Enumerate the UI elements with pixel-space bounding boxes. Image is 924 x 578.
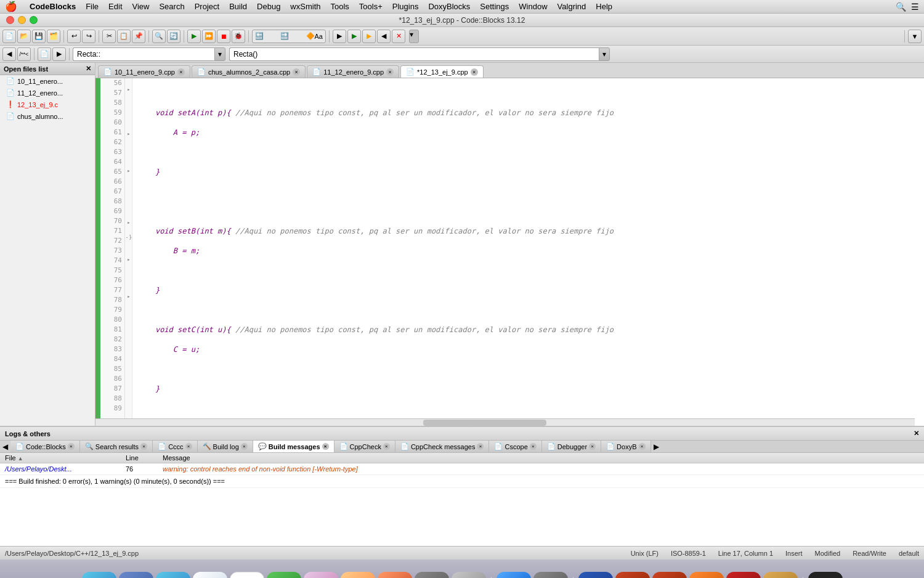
window-maximize[interactable] [30, 16, 38, 24]
btab-close-9[interactable]: × [639, 443, 646, 450]
tb-extra5[interactable]: ✕ [392, 30, 405, 43]
dock-sysprefs[interactable]: ⚙️ [533, 572, 568, 578]
bottom-panel-close[interactable]: ✕ [914, 429, 919, 438]
tb-arrow[interactable]: ▾ [409, 30, 419, 43]
save-button[interactable]: 💾 [32, 30, 46, 43]
func-selector[interactable]: Recta() [229, 47, 599, 61]
dock-word[interactable]: W [578, 572, 613, 578]
tb-right1[interactable]: ▼ [908, 30, 922, 43]
menu-help[interactable]: Help [591, 0, 617, 14]
apple-menu[interactable]: 🍎 [5, 1, 17, 12]
search-icon[interactable]: 🔍 [896, 2, 906, 12]
btab-close-4[interactable]: × [322, 443, 329, 450]
menu-settings[interactable]: Settings [475, 0, 514, 14]
docstart-button[interactable]: /**< [17, 47, 31, 61]
tb-extra4[interactable]: ◀ [377, 30, 391, 43]
tab-close-0[interactable]: × [177, 68, 185, 76]
dock-mail[interactable]: 📬 [193, 572, 227, 578]
replace-button[interactable]: 🔄 [167, 30, 180, 43]
save-all-button[interactable]: 🗂️ [47, 30, 60, 43]
sidebar-item-2[interactable]: ❗ 12_13_ej_9.c [0, 99, 95, 110]
btab-close-0[interactable]: × [68, 443, 75, 450]
dock-dvd[interactable]: 🎬 [415, 572, 449, 578]
code-editor[interactable]: 56 57 58 59 60 61 62 63 64 65 66 67 68 6… [95, 78, 924, 426]
list-icon[interactable]: ☰ [911, 2, 919, 12]
bmsg-row-0[interactable]: /Users/Pelayo/Deskt... 76 warning: contr… [0, 463, 924, 475]
btab-cscope[interactable]: 📄 Cscope × [489, 441, 541, 452]
tab-3[interactable]: 📄 *12_13_ej_9.cpp × [400, 65, 484, 78]
bmsg-col-msg-header[interactable]: Message [160, 454, 924, 462]
undo-button[interactable]: ↩ [67, 30, 81, 43]
editor-scrollbar-h[interactable] [95, 418, 915, 426]
btab-close-5[interactable]: × [383, 443, 390, 450]
tab-0[interactable]: 📄 10_11_enero_9.cpp × [98, 65, 190, 78]
menu-codeblocks[interactable]: CodeBlocks [25, 0, 81, 14]
btab-cppcheck-msg[interactable]: 📄 CppCheck messages × [395, 441, 490, 452]
btab-close-3[interactable]: × [241, 443, 248, 450]
menu-toolsplus[interactable]: Tools+ [354, 0, 387, 14]
tab-close-2[interactable]: × [386, 68, 394, 76]
btab-search-results[interactable]: 🔍 Search results × [80, 441, 153, 452]
btab-cppcheck[interactable]: 📄 CppCheck × [334, 441, 395, 452]
dock-music[interactable]: 🎶 [378, 572, 412, 578]
dock-itunes[interactable]: 🎵 [304, 572, 338, 578]
menu-plugins[interactable]: Plugins [387, 0, 424, 14]
dock-finder[interactable]: 🐱 [82, 572, 116, 578]
dock-powerpoint[interactable]: P [615, 572, 650, 578]
btab-buildlog[interactable]: 🔨 Build log × [198, 441, 253, 452]
cut-button[interactable]: ✂ [102, 30, 116, 43]
tb-extra3[interactable]: ▶ [362, 30, 376, 43]
btab-close-6[interactable]: × [477, 443, 484, 450]
bmsg-col-line-header[interactable]: Line [123, 454, 160, 462]
dock-matlab[interactable]: 📊 [689, 572, 724, 578]
tb2-2[interactable]: ▶ [52, 47, 66, 61]
dock-messages[interactable]: 💬 [267, 572, 301, 578]
menu-tools[interactable]: Tools [325, 0, 354, 14]
func-selector-arrow[interactable]: ▾ [599, 47, 610, 61]
tab-1[interactable]: 📄 chus_alumnos_2_casa.cpp × [192, 65, 306, 78]
tb-extra1[interactable]: ▶ [333, 30, 346, 43]
open-button[interactable]: 📂 [17, 30, 31, 43]
copy-button[interactable]: 📋 [117, 30, 131, 43]
btab-scroll-left[interactable]: ◀ [0, 442, 10, 451]
dock-appstore[interactable]: 🛒 [496, 572, 531, 578]
class-selector[interactable]: Recta:: [73, 47, 214, 61]
btab-codeblocks[interactable]: 📄 Code::Blocks × [10, 441, 80, 452]
prev-button[interactable]: ◀ [2, 47, 16, 61]
dock-photos[interactable]: 🌸 [341, 572, 375, 578]
btab-close-7[interactable]: × [530, 443, 537, 450]
btab-buildmessages[interactable]: 💬 Build messages × [253, 441, 334, 452]
menu-wxsmith[interactable]: wxSmith [285, 0, 325, 14]
code-lines[interactable]: void setA(int p){ //Aqui no ponemos tipo… [132, 78, 924, 426]
btab-close-1[interactable]: × [140, 443, 147, 450]
btab-scroll-right[interactable]: ▶ [651, 442, 662, 451]
find-button[interactable]: 🔍 [152, 30, 166, 43]
dock-launchpad[interactable]: 🚀 [119, 572, 153, 578]
menu-view[interactable]: View [128, 0, 155, 14]
sidebar-item-1[interactable]: 📄 11_12_enero... [0, 87, 95, 99]
menu-valgrind[interactable]: Valgrind [553, 0, 591, 14]
window-minimize[interactable] [18, 16, 26, 24]
tab-close-1[interactable]: × [293, 68, 300, 76]
btab-close-2[interactable]: × [185, 443, 192, 450]
dock-safari[interactable]: 🧭 [156, 572, 190, 578]
abort-button[interactable]: ⏹ [217, 30, 230, 43]
dock-preview[interactable]: 🖼️ [763, 572, 798, 578]
dock-terminal[interactable]: 💻 [808, 572, 843, 578]
menu-debug[interactable]: Debug [252, 0, 285, 14]
menu-search[interactable]: Search [154, 0, 189, 14]
menu-window[interactable]: Window [514, 0, 552, 14]
dock-unknown2[interactable]: 🟥 [726, 572, 761, 578]
dock-calendar[interactable]: DIC 24 [230, 572, 264, 578]
btab-close-8[interactable]: × [589, 443, 596, 450]
btab-doxyb[interactable]: 📄 DoxyB × [601, 441, 650, 452]
menu-project[interactable]: Project [190, 0, 224, 14]
btab-debugger[interactable]: 📄 Debugger × [542, 441, 601, 452]
tb-extra2[interactable]: ▶ [347, 30, 361, 43]
btab-cccc[interactable]: 📄 Cccc × [153, 441, 197, 452]
tb2-1[interactable]: 📄 [38, 47, 51, 61]
toolbar-combo1[interactable]: 🔙 🔜 🔶 Aa [252, 30, 326, 43]
dock-unknown[interactable]: ❓ [452, 572, 486, 578]
new-file-button[interactable]: 📄 [2, 30, 16, 43]
window-close[interactable] [6, 16, 14, 24]
